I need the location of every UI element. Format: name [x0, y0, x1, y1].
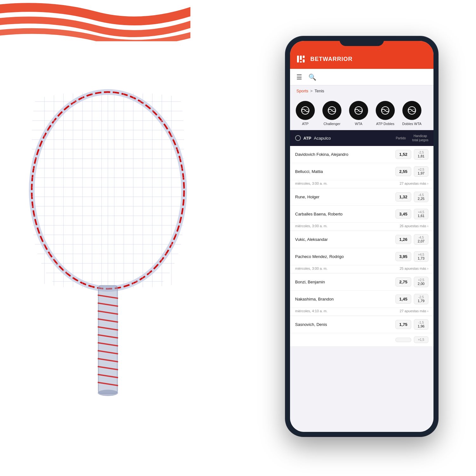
background-decoration [0, 0, 476, 41]
odds-group-3: 1,32 -4,5 2,25 [395, 192, 428, 202]
odds-btn-5[interactable]: 1,26 [395, 235, 411, 244]
category-atp[interactable]: ATP [294, 101, 317, 126]
app-name: BETWARRIOR [310, 56, 353, 63]
col-handicap: Handicap total juegos [412, 134, 428, 142]
player7-name: Bonzi, Benjamin [295, 280, 395, 284]
match-row-5-player2: +1,5 [290, 333, 433, 346]
app-logo: BETWARRIOR [296, 54, 353, 64]
odds-btn-3[interactable]: 1,32 [395, 192, 411, 202]
handicap-line-2: +2,5 [417, 168, 426, 171]
odds-group-7: 2,75 +2,5 2,00 [395, 277, 428, 287]
match-time-2: miércoles, 3:00 a. m. 26 apuestas más › [290, 223, 433, 230]
svg-line-41 [98, 319, 118, 322]
betwarrior-logo-icon [296, 54, 307, 64]
handicap-btn-1[interactable]: -2,5 1,81 [414, 149, 428, 160]
odds-btn-6[interactable]: 3,95 [395, 252, 411, 261]
odds-group-5: 1,26 -4,5 2,07 [395, 234, 428, 245]
match-time-4: miércoles, 4:10 a. m. 27 apuestas más › [290, 308, 433, 315]
match-time-label-3: miércoles, 3:00 a. m. [295, 267, 327, 270]
nav-bar: ☰ 🔍 [290, 69, 433, 85]
section-header-left: ATP Acapulco [295, 135, 331, 141]
phone-mockup: BETWARRIOR ☰ 🔍 Sports > Tenis [286, 36, 438, 436]
odds-btn-10[interactable] [395, 338, 411, 342]
svg-line-48 [98, 374, 118, 378]
sport-categories: ATP Challenger [290, 96, 433, 130]
odds-btn-9[interactable]: 1,75 [395, 320, 411, 329]
category-dobles-wta[interactable]: Dobles WTA [400, 101, 423, 126]
svg-rect-51 [297, 56, 299, 63]
player5-name: Vukic, Aleksandar [295, 237, 395, 242]
section-header: ATP Acapulco Partido Handicap total jueg… [290, 130, 433, 146]
handicap-line-10: +1,5 [417, 338, 426, 341]
more-bets-3[interactable]: 25 apuestas más › [400, 267, 429, 270]
handicap-btn-6[interactable]: +4,5 1,73 [414, 251, 428, 262]
handicap-line-5: -4,5 [417, 236, 426, 239]
handicap-btn-3[interactable]: -4,5 2,25 [414, 192, 428, 202]
handicap-line-4: +4,5 [417, 210, 426, 214]
svg-point-0 [32, 92, 184, 289]
svg-line-49 [98, 382, 118, 386]
handicap-line-7: +2,5 [417, 278, 426, 282]
player8-name: Nakashima, Brandon [295, 297, 395, 301]
handicap-btn-4[interactable]: +4,5 1,61 [414, 209, 428, 219]
match-row-3-player1: Vukic, Aleksandar 1,26 -4,5 2,07 [290, 231, 433, 248]
category-challenger[interactable]: Challenger [321, 101, 343, 126]
section-columns: Partido Handicap total juegos [396, 134, 428, 142]
handicap-val-3: 2,25 [417, 197, 426, 201]
odds-group-8: 1,45 -2,5 1,79 [395, 294, 428, 304]
handicap-line-3: -4,5 [417, 193, 426, 197]
menu-icon[interactable]: ☰ [296, 73, 302, 81]
handicap-val-5: 2,07 [417, 239, 426, 243]
more-bets-2[interactable]: 26 apuestas más › [400, 224, 429, 228]
category-wta[interactable]: WTA [347, 101, 370, 126]
odds-btn-1[interactable]: 1,52 [395, 150, 411, 159]
section-event: Acapulco [314, 136, 331, 141]
category-atp-dobles-icon [376, 101, 395, 120]
section-league: ATP [303, 136, 311, 141]
player6-name: Pacheco Mendez, Rodrigo [295, 254, 395, 259]
handicap-btn-5[interactable]: -4,5 2,07 [414, 234, 428, 245]
player3-name: Rune, Holger [295, 195, 395, 199]
odds-btn-4[interactable]: 3,45 [395, 209, 411, 219]
handicap-btn-9[interactable]: -1,5 1,96 [414, 319, 428, 330]
odds-btn-8[interactable]: 1,45 [395, 294, 411, 304]
handicap-val-1: 1,81 [417, 154, 426, 158]
match-time-3: miércoles, 3:00 a. m. 25 apuestas más › [290, 265, 433, 273]
player4-name: Carballes Baena, Roberto [295, 212, 395, 216]
match-row-1-player2: Bellucci, Mattia 2,55 +2,5 1,97 [290, 163, 433, 180]
more-bets-1[interactable]: 27 apuestas más › [400, 182, 429, 185]
handicap-btn-8[interactable]: -2,5 1,79 [414, 294, 428, 304]
phone-frame: BETWARRIOR ☰ 🔍 Sports > Tenis [286, 36, 438, 436]
match-group-2: Rune, Holger 1,32 -4,5 2,25 Carballes Ba… [290, 188, 433, 230]
tennis-ball-icon [295, 135, 301, 141]
svg-point-50 [98, 390, 118, 396]
handicap-btn-7[interactable]: +2,5 2,00 [414, 277, 428, 287]
handicap-val-6: 1,73 [417, 256, 426, 260]
match-row-3-player2: Pacheco Mendez, Rodrigo 3,95 +4,5 1,73 [290, 248, 433, 265]
odds-btn-7[interactable]: 2,75 [395, 277, 411, 287]
odds-group-9: 1,75 -1,5 1,96 [395, 319, 428, 330]
match-time-1: miércoles, 3:00 a. m. 27 apuestas más › [290, 180, 433, 188]
handicap-val-4: 1,61 [417, 214, 426, 218]
category-challenger-label: Challenger [323, 122, 340, 126]
match-group-5: Sasnovich, Denis 1,75 -1,5 1,96 [290, 316, 433, 346]
breadcrumb-sports[interactable]: Sports [296, 89, 308, 93]
category-wta-icon [349, 101, 368, 120]
handicap-val-7: 2,00 [417, 282, 426, 286]
svg-line-39 [98, 303, 118, 306]
category-atp-icon [296, 101, 315, 120]
svg-line-38 [98, 295, 118, 298]
more-bets-4[interactable]: 27 apuestas más › [400, 309, 429, 313]
category-atp-dobles[interactable]: ATP Dobles [374, 101, 397, 126]
match-group-3: Vukic, Aleksandar 1,26 -4,5 2,07 Pacheco… [290, 231, 433, 273]
search-icon[interactable]: 🔍 [308, 73, 316, 81]
category-wta-label: WTA [355, 122, 362, 126]
handicap-btn-10[interactable]: +1,5 [414, 336, 428, 343]
svg-rect-53 [300, 61, 302, 63]
player9-name: Sasnovich, Denis [295, 322, 395, 327]
match-row-1-player1: Davidovich Fokina, Alejandro 1,52 -2,5 1… [290, 146, 433, 163]
handicap-btn-2[interactable]: +2,5 1,97 [414, 166, 428, 177]
odds-btn-2[interactable]: 2,55 [395, 167, 411, 176]
breadcrumb: Sports > Tenis [290, 85, 433, 96]
match-time-label-2: miércoles, 3:00 a. m. [295, 224, 327, 228]
